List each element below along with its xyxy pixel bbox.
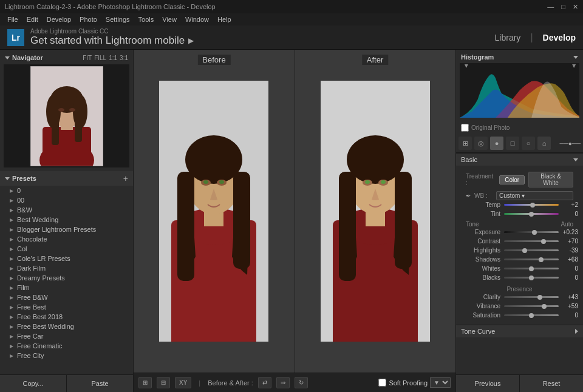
preset-item[interactable]: Dark Film [0, 263, 133, 273]
crop-tool[interactable]: ⊞ [459, 137, 472, 150]
blacks-value: 0 [561, 274, 578, 281]
whites-slider[interactable] [504, 268, 559, 269]
bw-treatment-button[interactable]: Black & White [528, 172, 573, 188]
before-photo-image [159, 81, 268, 342]
develop-nav-button[interactable]: Develop [543, 33, 576, 42]
exposure-slider-row: Exposure +0.23 [461, 229, 578, 235]
menu-item-edit[interactable]: Edit [23, 16, 42, 23]
rotate-view-button[interactable]: ↻ [295, 377, 308, 388]
library-nav-button[interactable]: Library [495, 33, 521, 42]
tone-curve-header[interactable]: Tone Curve [456, 325, 583, 337]
tint-label: Tint [461, 211, 500, 217]
red-eye-tool[interactable]: ● [490, 137, 503, 150]
preset-item[interactable]: Free Best [0, 302, 133, 312]
preset-item[interactable]: Dreamy Presets [0, 273, 133, 283]
preset-item[interactable]: B&W [0, 205, 133, 215]
spot-removal-tool[interactable]: ◎ [474, 137, 488, 150]
zoom-fit[interactable]: FIT [83, 55, 92, 61]
menu-item-settings[interactable]: Settings [102, 16, 134, 23]
vibrance-slider[interactable] [504, 305, 559, 307]
window-controls[interactable]: — □ ✕ [547, 3, 578, 11]
blacks-slider[interactable] [504, 277, 559, 279]
zoom-fill[interactable]: FILL [94, 55, 106, 61]
preset-item[interactable]: Cole's LR Presets [0, 254, 133, 263]
preset-item[interactable]: Free Best Wedding [0, 322, 133, 331]
copy-button[interactable]: Copy... [0, 375, 67, 392]
adjustment-brush-tool[interactable]: ⌂ [537, 137, 551, 150]
preset-item[interactable]: Free B&W [0, 292, 133, 302]
copy-before-to-after-button[interactable]: ⇒ [276, 377, 290, 388]
zoom-1-1[interactable]: 1:1 [109, 55, 117, 61]
preset-item[interactable]: Free City [0, 351, 133, 360]
swap-before-after-button[interactable]: ⇄ [258, 377, 271, 388]
saturation-slider-row: Saturation 0 [461, 312, 578, 319]
saturation-slider[interactable] [504, 314, 559, 316]
reset-button[interactable]: Reset [520, 375, 583, 392]
vibrance-slider-row: Vibrance +59 [461, 303, 578, 309]
menu-item-help[interactable]: Help [214, 16, 235, 23]
presets-add-button[interactable]: + [123, 174, 128, 183]
menu-item-photo[interactable]: Photo [76, 16, 101, 23]
svg-rect-3 [43, 127, 91, 166]
menu-item-develop[interactable]: Develop [43, 16, 75, 23]
auto-button[interactable]: Auto [561, 221, 573, 228]
menu-item-view[interactable]: View [159, 16, 180, 23]
svg-rect-10 [75, 109, 82, 142]
eyedropper-icon[interactable]: ✒ [466, 192, 471, 199]
paste-button[interactable]: Paste [67, 375, 133, 392]
previous-button[interactable]: Previous [456, 375, 520, 392]
histogram-collapse-icon [573, 56, 578, 59]
soft-proofing-select[interactable]: ▼ [430, 377, 451, 388]
original-photo-checkbox[interactable] [461, 124, 469, 132]
nav-separator: | [530, 32, 533, 43]
histogram-header[interactable]: Histogram [459, 52, 581, 62]
basic-section-header[interactable]: Basic [456, 153, 583, 166]
xy-view-button[interactable]: XY [175, 377, 191, 388]
zoom-options[interactable]: FIT FILL 1:1 3:1 [83, 55, 128, 61]
graduated-filter-tool[interactable]: □ [506, 137, 519, 150]
highlights-slider[interactable] [504, 249, 559, 251]
treatment-label: Treatment : [466, 173, 496, 186]
highlights-label: Highlights [461, 247, 500, 254]
clarity-slider[interactable] [504, 296, 559, 298]
menu-item-file[interactable]: File [4, 16, 22, 23]
preset-item[interactable]: Chocolate [0, 234, 133, 244]
close-button[interactable]: ✕ [573, 3, 578, 11]
shadows-label: Shadows [461, 256, 500, 263]
images-area: Before After [134, 50, 455, 373]
navigator-header[interactable]: Navigator FIT FILL 1:1 3:1 [2, 52, 131, 63]
contrast-slider[interactable] [504, 240, 559, 242]
tint-slider[interactable] [504, 213, 559, 215]
preset-item[interactable]: Free Best 2018 [0, 312, 133, 322]
grid-view-button[interactable]: ⊞ [138, 377, 152, 388]
minimize-button[interactable]: — [547, 3, 554, 11]
highlights-slider-row: Highlights -39 [461, 247, 578, 254]
radial-filter-tool[interactable]: ○ [522, 137, 535, 150]
before-photo [159, 81, 268, 342]
preset-item[interactable]: Free Car [0, 331, 133, 341]
preset-item[interactable]: Film [0, 283, 133, 292]
wb-value[interactable]: Custom ▾ [496, 191, 573, 200]
preset-item[interactable]: Blogger Lightroom Presets [0, 225, 133, 234]
soft-proofing-checkbox[interactable] [378, 379, 386, 387]
compare-view-button[interactable]: ⊟ [157, 377, 170, 388]
clarity-slider-row: Clarity +43 [461, 294, 578, 300]
presets-header[interactable]: Presets + [0, 171, 133, 186]
color-treatment-button[interactable]: Color [499, 175, 525, 184]
play-button[interactable]: ▶ [188, 36, 194, 45]
shadows-slider[interactable] [504, 259, 559, 260]
tint-slider-row: Tint 0 [461, 211, 578, 217]
preset-item[interactable]: 00 [0, 195, 133, 205]
original-photo-label: Original Photo [471, 124, 510, 131]
preset-item[interactable]: Col [0, 244, 133, 254]
preset-item[interactable]: Free Cinematic [0, 341, 133, 351]
menu-item-window[interactable]: Window [182, 16, 213, 23]
preset-item[interactable]: 0 [0, 186, 133, 195]
menu-item-tools[interactable]: Tools [135, 16, 158, 23]
zoom-3-1[interactable]: 3:1 [120, 55, 128, 61]
exposure-slider[interactable] [504, 231, 559, 233]
temp-slider[interactable] [504, 204, 559, 206]
menu-bar: FileEditDevelopPhotoSettingsToolsViewWin… [0, 13, 583, 25]
preset-item[interactable]: Best Wedding [0, 215, 133, 225]
maximize-button[interactable]: □ [561, 3, 565, 11]
